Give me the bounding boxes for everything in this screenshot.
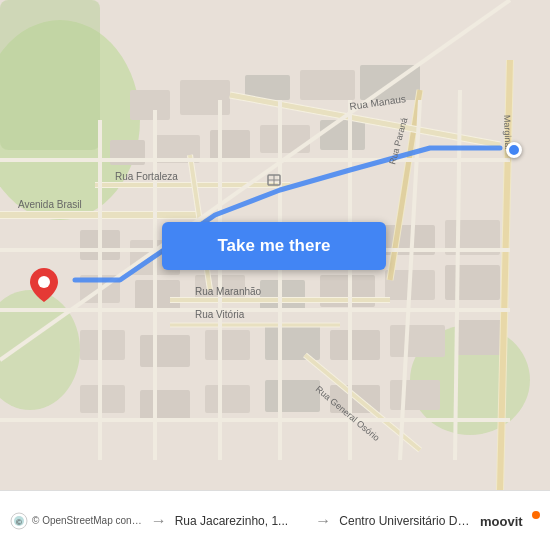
road-label-fortaleza: Rua Fortaleza xyxy=(115,171,178,182)
svg-rect-38 xyxy=(205,385,250,413)
osm-logo: © xyxy=(10,512,28,530)
map-view: Rua Manaus Rua Fortaleza Avenida Brasil … xyxy=(0,0,550,490)
route-arrow-2: → xyxy=(315,512,331,530)
svg-rect-8 xyxy=(300,70,355,100)
attribution-section: © © OpenStreetMap contributors | © OpenM… xyxy=(10,512,143,530)
svg-rect-32 xyxy=(265,325,320,360)
route-from-label: Rua Jacarezinho, 1... xyxy=(175,514,308,528)
svg-rect-33 xyxy=(330,330,380,360)
svg-rect-34 xyxy=(390,325,445,357)
svg-rect-37 xyxy=(140,390,190,420)
route-to-label: Centro Universitário De Casc... xyxy=(339,514,472,528)
svg-rect-6 xyxy=(180,80,230,115)
svg-text:©: © xyxy=(16,518,22,527)
svg-rect-35 xyxy=(455,320,505,355)
svg-rect-41 xyxy=(390,380,440,410)
attribution-text: © OpenStreetMap contributors | © OpenMap… xyxy=(32,515,143,526)
origin-marker xyxy=(506,142,522,158)
road-label-vitoria: Rua Vitória xyxy=(195,309,245,320)
svg-rect-30 xyxy=(140,335,190,367)
road-label-brasil: Avenida Brasil xyxy=(18,199,82,210)
svg-rect-28 xyxy=(445,265,500,300)
svg-point-75 xyxy=(38,276,50,288)
svg-rect-5 xyxy=(130,90,170,120)
svg-rect-31 xyxy=(205,330,250,360)
svg-rect-36 xyxy=(80,385,125,413)
svg-rect-39 xyxy=(265,380,320,412)
svg-rect-14 xyxy=(320,120,365,150)
svg-rect-4 xyxy=(0,0,100,150)
bottom-bar: © © OpenStreetMap contributors | © OpenM… xyxy=(0,490,550,550)
svg-text:moovit: moovit xyxy=(480,514,523,529)
moovit-logo: moovit xyxy=(480,510,540,532)
svg-rect-29 xyxy=(80,330,125,360)
take-me-there-button[interactable]: Take me there xyxy=(162,222,386,270)
svg-rect-23 xyxy=(135,280,180,310)
route-arrow: → xyxy=(151,512,167,530)
svg-point-80 xyxy=(532,511,540,519)
destination-marker xyxy=(30,268,58,302)
road-label-maranhao: Rua Maranhão xyxy=(195,286,262,297)
svg-rect-25 xyxy=(260,280,305,310)
svg-rect-12 xyxy=(210,130,250,160)
